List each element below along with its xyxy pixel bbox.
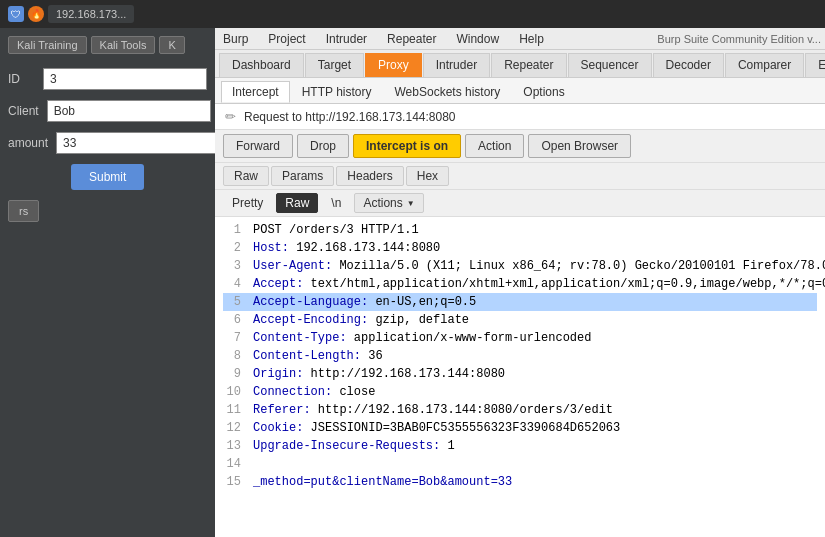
request-bar: ✏ Request to http://192.168.173.144:8080 <box>215 104 825 130</box>
menu-project[interactable]: Project <box>264 32 309 46</box>
client-label: Client <box>8 104 39 118</box>
main-content: Kali Training Kali Tools K ID Client amo… <box>0 28 825 537</box>
subtab-websockets-history[interactable]: WebSockets history <box>384 81 512 103</box>
tab-extender[interactable]: Extender <box>805 53 825 77</box>
subtab-intercept[interactable]: Intercept <box>221 81 290 103</box>
line-number: 6 <box>223 311 241 329</box>
line-number: 12 <box>223 419 241 437</box>
view-raw-btn[interactable]: Raw <box>276 193 318 213</box>
line-number: 9 <box>223 365 241 383</box>
http-line: 4Accept: text/html,application/xhtml+xml… <box>223 275 817 293</box>
line-number: 1 <box>223 221 241 239</box>
id-input[interactable] <box>43 68 207 90</box>
line-content: Connection: close <box>253 383 817 401</box>
amount-input[interactable] <box>56 132 220 154</box>
line-content <box>253 455 817 473</box>
http-line: 13Upgrade-Insecure-Requests: 1 <box>223 437 817 455</box>
http-line: 11Referer: http://192.168.173.144:8080/o… <box>223 401 817 419</box>
sidebar: Kali Training Kali Tools K ID Client amo… <box>0 28 215 537</box>
tab-proxy[interactable]: Proxy <box>365 53 422 77</box>
submit-button[interactable]: Submit <box>71 164 144 190</box>
http-line: 15_method=put&clientName=Bob&amount=33 <box>223 473 817 491</box>
format-tabs: Raw Params Headers Hex <box>215 163 825 190</box>
action-button[interactable]: Action <box>465 134 524 158</box>
pencil-icon: ✏ <box>225 109 236 124</box>
line-number: 8 <box>223 347 241 365</box>
tab-sequencer[interactable]: Sequencer <box>568 53 652 77</box>
tab-target[interactable]: Target <box>305 53 364 77</box>
sidebar-k-btn[interactable]: K <box>159 36 184 54</box>
line-content: Referer: http://192.168.173.144:8080/ord… <box>253 401 817 419</box>
sidebar-bottom-button[interactable]: rs <box>8 200 39 222</box>
id-label: ID <box>8 72 35 86</box>
subtab-http-history[interactable]: HTTP history <box>291 81 383 103</box>
line-number: 3 <box>223 257 241 275</box>
tab-dashboard[interactable]: Dashboard <box>219 53 304 77</box>
http-line: 8Content-Length: 36 <box>223 347 817 365</box>
http-line: 6Accept-Encoding: gzip, deflate <box>223 311 817 329</box>
proxy-subtabs: Intercept HTTP history WebSockets histor… <box>215 78 825 104</box>
burp-icon: 🔥 <box>28 6 44 22</box>
line-content: Accept: text/html,application/xhtml+xml,… <box>253 275 825 293</box>
view-bar: Pretty Raw \n Actions <box>215 190 825 217</box>
browser-icons: 🛡 🔥 192.168.173... <box>8 5 134 23</box>
drop-button[interactable]: Drop <box>297 134 349 158</box>
format-tab-hex[interactable]: Hex <box>406 166 449 186</box>
tab-repeater[interactable]: Repeater <box>491 53 566 77</box>
line-content: Cookie: JSESSIONID=3BAB0FC5355556323F339… <box>253 419 817 437</box>
line-number: 15 <box>223 473 241 491</box>
burp-title: Burp Suite Community Edition v... <box>657 33 821 45</box>
view-newline-btn[interactable]: \n <box>322 193 350 213</box>
burp-tabs: Dashboard Target Proxy Intruder Repeater… <box>215 50 825 78</box>
intercept-toggle-button[interactable]: Intercept is on <box>353 134 461 158</box>
http-line: 5Accept-Language: en-US,en;q=0.5 <box>223 293 817 311</box>
line-number: 14 <box>223 455 241 473</box>
line-content: Content-Length: 36 <box>253 347 817 365</box>
client-row: Client <box>8 100 207 122</box>
forward-button[interactable]: Forward <box>223 134 293 158</box>
actions-dropdown[interactable]: Actions <box>354 193 423 213</box>
kali-training-btn[interactable]: Kali Training <box>8 36 87 54</box>
http-line: 14 <box>223 455 817 473</box>
subtab-options[interactable]: Options <box>512 81 575 103</box>
line-number: 11 <box>223 401 241 419</box>
line-content: Host: 192.168.173.144:8080 <box>253 239 817 257</box>
line-content: Origin: http://192.168.173.144:8080 <box>253 365 817 383</box>
menu-intruder[interactable]: Intruder <box>322 32 371 46</box>
menu-help[interactable]: Help <box>515 32 548 46</box>
http-line: 3User-Agent: Mozilla/5.0 (X11; Linux x86… <box>223 257 817 275</box>
format-tab-params[interactable]: Params <box>271 166 334 186</box>
line-content: Accept-Encoding: gzip, deflate <box>253 311 817 329</box>
format-tab-headers[interactable]: Headers <box>336 166 403 186</box>
http-line: 9Origin: http://192.168.173.144:8080 <box>223 365 817 383</box>
http-line: 2Host: 192.168.173.144:8080 <box>223 239 817 257</box>
line-number: 2 <box>223 239 241 257</box>
line-number: 13 <box>223 437 241 455</box>
menu-window[interactable]: Window <box>452 32 503 46</box>
url-bar: 192.168.173... <box>48 5 134 23</box>
browser-bar: 🛡 🔥 192.168.173... <box>0 0 825 28</box>
line-content: Accept-Language: en-US,en;q=0.5 <box>253 293 817 311</box>
kali-tools-btn[interactable]: Kali Tools <box>91 36 156 54</box>
format-tab-raw[interactable]: Raw <box>223 166 269 186</box>
http-line: 7Content-Type: application/x-www-form-ur… <box>223 329 817 347</box>
menu-burp[interactable]: Burp <box>219 32 252 46</box>
line-content: Content-Type: application/x-www-form-url… <box>253 329 817 347</box>
line-content: _method=put&clientName=Bob&amount=33 <box>253 473 817 491</box>
view-pretty-btn[interactable]: Pretty <box>223 193 272 213</box>
tab-comparer[interactable]: Comparer <box>725 53 804 77</box>
line-number: 10 <box>223 383 241 401</box>
line-content: POST /orders/3 HTTP/1.1 <box>253 221 817 239</box>
menu-repeater[interactable]: Repeater <box>383 32 440 46</box>
tab-intruder[interactable]: Intruder <box>423 53 490 77</box>
http-line: 1POST /orders/3 HTTP/1.1 <box>223 221 817 239</box>
tab-decoder[interactable]: Decoder <box>653 53 724 77</box>
http-content: 1POST /orders/3 HTTP/1.12Host: 192.168.1… <box>215 217 825 537</box>
line-number: 4 <box>223 275 241 293</box>
http-line: 12Cookie: JSESSIONID=3BAB0FC5355556323F3… <box>223 419 817 437</box>
id-row: ID <box>8 68 207 90</box>
line-number: 5 <box>223 293 241 311</box>
client-input[interactable] <box>47 100 211 122</box>
action-bar: Forward Drop Intercept is on Action Open… <box>215 130 825 163</box>
open-browser-button[interactable]: Open Browser <box>528 134 631 158</box>
